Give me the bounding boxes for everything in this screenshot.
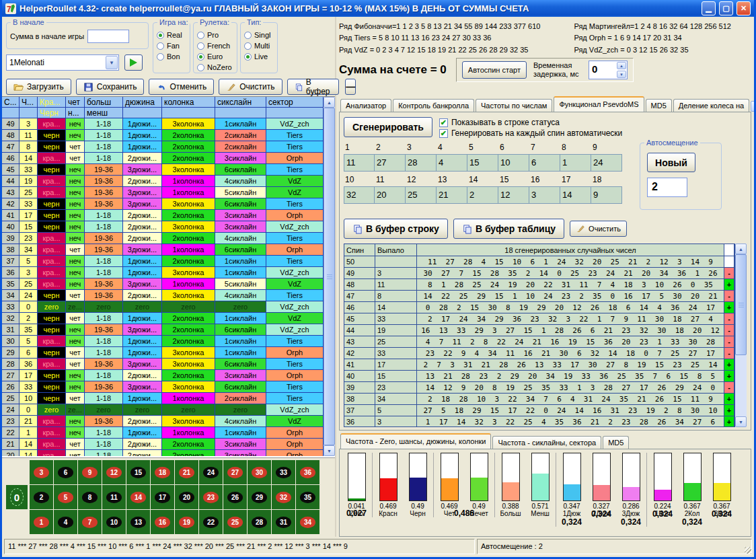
spin-table-row[interactable]: 2836кра...чет19-363дюжи...3колонка6сикла… [2,359,324,370]
spin-table-row[interactable]: 4614кра...чет1-182дюжи...2колонка3сиклай… [2,153,324,164]
spin-table-row[interactable]: 4419кра...неч19-362дюжи...1колонка4сикла… [2,176,324,187]
tab-контроль-банкролла[interactable]: Контроль банкролла [393,99,474,112]
board-number-cell[interactable]: 21 [175,460,198,484]
generate-button[interactable]: Сгенерировать [344,117,432,137]
scroll-down-icon[interactable]: ▼ [735,416,747,427]
board-number-cell[interactable]: 13 [126,510,150,534]
spin-table-row[interactable]: 322чернчет1-181дюжи...2колонка1сиклайнVd… [2,313,324,324]
checkbox-icon[interactable]: ✔ [439,129,448,138]
spin-table-row[interactable]: 2510чернчет1-181дюжи...1колонка2сиклайнT… [2,393,324,404]
save-button[interactable]: Сохранить [76,79,145,95]
spin-table-row[interactable]: 3834кра...чет19-363дюжи...1колонка6сикла… [2,244,324,256]
spin-table-row[interactable]: 305кра...неч1-181дюжи...2колонка1сиклайн… [2,336,324,347]
board-number-cell[interactable]: 16 [151,510,174,534]
radio-option-singl[interactable]: Singl [244,30,274,40]
clear-generated-button[interactable]: Очистить [570,221,627,237]
radio-option-fan[interactable]: Fan [157,40,187,51]
generated-table-row[interactable]: 45332 17 24 34 29 36 23 32 3 22 1 7 9 11… [344,313,734,325]
tab-деление-колеса-на[interactable]: Деление колеса на [673,99,749,112]
board-number-cell[interactable]: 30 [248,460,271,484]
board-number-cell[interactable]: 34 [296,510,319,534]
spin-down-icon[interactable]: ▼ [617,71,626,78]
load-button[interactable]: Загрузить [6,79,71,95]
freq-tab-md5[interactable]: MD5 [603,436,629,449]
board-number-cell[interactable]: 20 [175,485,198,509]
generated-table-row[interactable]: 3631 17 14 32 3 22 25 4 35 36 21 2 23 28… [344,416,734,427]
generated-table-row[interactable]: 41172 7 3 31 21 28 26 13 33 17 30 27 8 1… [344,359,734,371]
generated-table-row[interactable]: 441916 13 33 29 3 27 15 1 28 26 6 21 23 … [344,325,734,336]
tabs-scroll-left-icon[interactable]: ◀ [751,101,754,112]
freq-tab-частота-сиклайны-сектора[interactable]: Частота - сиклайны, сектора [492,436,601,449]
spin-table-row[interactable]: 4811черннеч1-181дюжи...2колонка2сиклайнT… [2,130,324,141]
board-number-cell[interactable]: 23 [199,485,223,509]
board-number-cell[interactable]: 24 [199,460,223,484]
radio-option-live[interactable]: Live [244,51,274,62]
spin-table-row[interactable]: 2633черннеч19-363дюжи...3колонка6сиклайн… [2,381,324,393]
tab-частоты-по-числам[interactable]: Частоты по числам [476,99,552,112]
new-shift-button[interactable]: Новый [647,153,695,172]
generated-table-row[interactable]: 401513 21 28 23 2 29 20 34 19 33 36 25 3… [344,371,734,382]
spin-table-row[interactable]: 363кра...неч1-181дюжи...3колонка1сиклайн… [2,267,324,278]
spin-up-icon[interactable]: ▲ [617,62,626,69]
spin-table-row[interactable]: 4117черннеч1-182дюжи...2колонка3сиклайнO… [2,210,324,221]
board-number-cell[interactable]: 17 [151,485,174,509]
board-number-cell[interactable]: 9 [78,460,102,484]
spin-table-row[interactable]: 221кра...неч1-181дюжи...1колонка1сиклайн… [2,427,324,439]
generated-table-row[interactable]: 38342 18 28 10 3 22 34 7 6 4 31 24 35 21… [344,394,734,405]
radio-option-real[interactable]: Real [157,30,187,40]
board-number-cell[interactable]: 10 [102,510,126,534]
board-number-cell[interactable]: 1 [30,510,53,534]
scrollbar-thumb[interactable] [324,108,335,445]
generated-table-row[interactable]: 47814 22 25 29 15 1 10 24 23 2 35 0 16 1… [344,291,734,302]
spin-table-row[interactable]: 4325кра...неч19-363дюжи...1колонка5сикла… [2,187,324,198]
board-number-cell[interactable]: 14 [126,485,150,509]
board-number-cell[interactable]: 29 [248,485,271,509]
board-number-cell[interactable]: 11 [102,485,126,509]
board-number-cell[interactable]: 18 [151,460,174,484]
spin-table-row[interactable]: 2014кра...чет1-182дюжи...2колонка3сиклай… [2,450,324,456]
board-number-cell[interactable]: 36 [296,460,319,484]
generated-table-row[interactable]: 46140 28 2 15 30 8 19 29 20 12 26 18 6 1… [344,302,734,313]
board-number-cell[interactable]: 7 [78,510,102,534]
board-number-cell[interactable]: 31 [272,510,295,534]
autospin-start-button[interactable]: Автоспин старт [462,61,527,79]
spin-table-row[interactable]: 493кра...неч1-181дюжи...3колонка1сиклайн… [2,118,324,130]
shift-value-input[interactable]: 2 [647,178,687,197]
scroll-up-icon[interactable]: ▲ [735,244,747,254]
spin-table-row[interactable]: 3525кра...неч19-363дюжи...1колонка5сикла… [2,278,324,290]
show-in-status-checkbox[interactable]: ✔ Показывать в строке статуса [439,118,622,127]
tab-функционал-psevdoms[interactable]: Функционал PsevdoMS [554,96,644,112]
spin-table-row[interactable]: 3135черннеч19-363дюжи...2колонка6сиклайн… [2,324,324,336]
board-number-cell[interactable]: 19 [175,510,198,534]
board-number-cell[interactable]: 27 [223,460,247,484]
scrollbar-thumb[interactable] [735,254,747,355]
scroll-down-icon[interactable]: ▼ [324,445,335,456]
spin-table-row[interactable]: 3923кра...неч19-362дюжи...2колонка4сикла… [2,233,324,244]
buffer-row-button[interactable]: В буфер строку [344,219,448,239]
radio-option-nozero[interactable]: NoZero [197,62,234,73]
board-number-cell[interactable]: 6 [54,460,77,484]
start-sum-input[interactable] [87,30,129,43]
resize-grip[interactable] [745,547,751,554]
spin-table-row[interactable]: 240zeroze...zerozerozerozeroVdZ_zch [2,404,324,416]
spin-table-row[interactable]: 2321кра...неч19-362дюжи...3колонка4сикла… [2,416,324,427]
profile-combobox[interactable]: 1Melonati ▼ [6,54,119,71]
spin-table-row[interactable]: 4015черннеч1-182дюжи...3колонка3сиклайнV… [2,221,324,233]
to-buffer-button[interactable]: В буфер [287,79,340,95]
board-number-cell[interactable]: 5 [54,485,77,509]
radio-option-pro[interactable]: Pro [197,30,234,40]
generated-table-row[interactable]: 37527 5 18 29 15 17 22 0 24 14 16 31 23 … [344,405,734,416]
generated-table-row[interactable]: 48118 1 28 25 24 19 20 22 31 11 7 4 18 3… [344,279,734,291]
board-number-cell[interactable]: 25 [223,510,247,534]
spin-table-row[interactable]: 2717черннеч1-182дюжи...2колонка3сиклайнO… [2,370,324,381]
chevron-down-icon[interactable]: ▼ [106,56,118,69]
spin-table-row[interactable]: 478чернчет1-181дюжи...2колонка2сиклайнTi… [2,141,324,153]
freq-tab-частота-zero-шансы-дюжины-колонки[interactable]: Частота - Zero, шансы, дюжины, колонки [340,433,491,449]
generated-table-row[interactable]: 392314 12 9 20 8 19 25 35 33 1 3 28 27 1… [344,382,734,394]
generated-table-row[interactable]: 43254 7 11 2 8 22 24 21 16 19 15 36 20 2… [344,336,734,348]
board-number-cell[interactable]: 28 [248,510,271,534]
board-number-cell[interactable]: 32 [272,485,295,509]
generated-table-row[interactable]: 423323 22 9 4 34 11 16 21 30 6 32 14 18 … [344,348,734,359]
spin-table-row[interactable]: 4233черннеч19-363дюжи...3колонка6сиклайн… [2,198,324,210]
board-number-cell[interactable]: 3 [30,460,53,484]
